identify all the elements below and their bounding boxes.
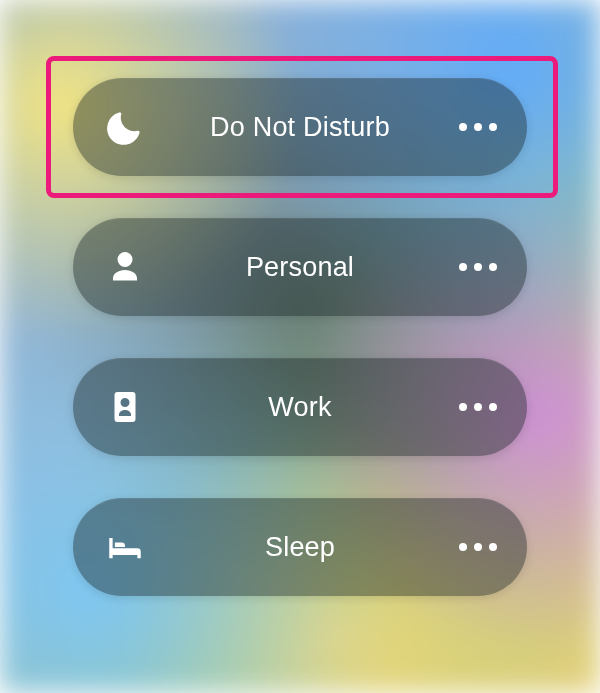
ellipsis-dot-icon [474,263,482,271]
ellipsis-dot-icon [489,123,497,131]
ellipsis-dot-icon [459,263,467,271]
ellipsis-dot-icon [459,123,467,131]
person-icon [103,245,147,289]
bed-icon [103,525,147,569]
ellipsis-dot-icon [489,403,497,411]
focus-row-work[interactable]: Work [73,358,527,456]
ellipsis-dot-icon [489,263,497,271]
focus-row-sleep[interactable]: Sleep [73,498,527,596]
ellipsis-dot-icon [459,543,467,551]
badge-icon [103,385,147,429]
ellipsis-dot-icon [489,543,497,551]
ellipsis-dot-icon [474,403,482,411]
ellipsis-dot-icon [459,403,467,411]
moon-icon [103,105,147,149]
focus-row-personal[interactable]: Personal [73,218,527,316]
ellipsis-dot-icon [474,123,482,131]
focus-row-do-not-disturb[interactable]: Do Not Disturb [73,78,527,176]
more-options-work[interactable] [459,358,497,456]
ellipsis-dot-icon [474,543,482,551]
more-options-do-not-disturb[interactable] [459,78,497,176]
more-options-personal[interactable] [459,218,497,316]
more-options-sleep[interactable] [459,498,497,596]
focus-mode-panel: Do Not Disturb Personal Work [0,0,600,693]
